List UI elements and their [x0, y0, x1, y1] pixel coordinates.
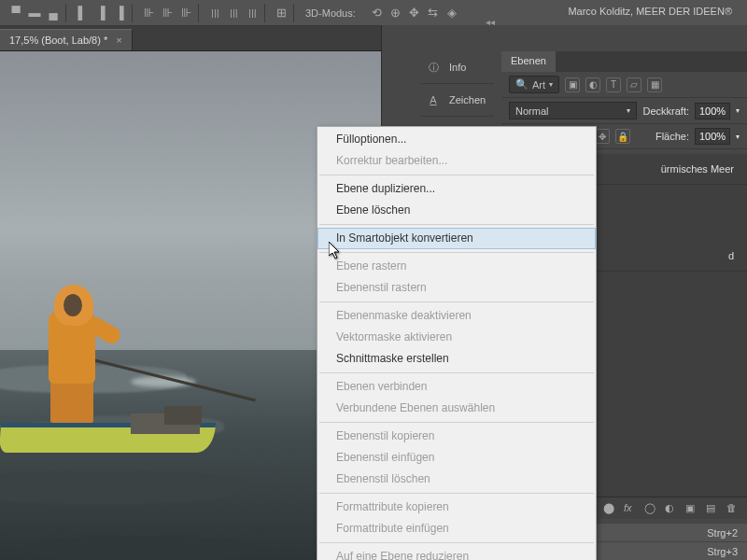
fill-input[interactable]: 100%: [695, 128, 730, 145]
align-group: ▀ ▬ ▄: [4, 4, 66, 22]
link-icon[interactable]: ⬤: [603, 502, 616, 515]
ctx-link-layers: Ebenen verbinden: [317, 376, 596, 398]
fx-icon[interactable]: fx: [624, 502, 637, 515]
pan-icon[interactable]: ✥: [406, 5, 423, 21]
layer-filter-row: 🔍 Art ▾ ▣ ◐ T ▱ ▦: [501, 72, 747, 98]
ctx-disable-layermask: Ebenenmaske deaktivieren: [317, 305, 596, 327]
align-group-2: ▌ ▐ ▐: [70, 4, 133, 22]
chevron-down-icon[interactable]: ▾: [736, 106, 740, 115]
ctx-enable-vectormask: Vektormaske aktivieren: [317, 327, 596, 348]
distribute-icon[interactable]: ⊪: [140, 5, 157, 21]
blend-row: Normal ▾ Deckkraft: 100% ▾: [501, 98, 747, 124]
align-vcenter-icon[interactable]: ▬: [26, 5, 43, 21]
distribute-group: ⊪ ⊪ ⊪: [136, 4, 199, 22]
character-panel-item[interactable]: A Zeichen: [421, 84, 494, 117]
lock-move-icon[interactable]: ✥: [595, 129, 610, 144]
chevron-down-icon: ▾: [549, 80, 553, 89]
new-layer-icon[interactable]: ▤: [706, 502, 719, 515]
distribute-icon-3[interactable]: ⊪: [177, 5, 194, 21]
align-bottom-icon[interactable]: ▄: [45, 5, 62, 21]
chevron-down-icon: ▾: [627, 106, 630, 115]
doc-tab-label: 17,5% (Boot, Lab/8) *: [9, 35, 107, 46]
character-icon: A: [425, 91, 442, 108]
blend-mode-dropdown[interactable]: Normal ▾: [509, 102, 637, 119]
filter-image-icon[interactable]: ▣: [565, 77, 580, 92]
options-bar: ▀ ▬ ▄ ▌ ▐ ▐ ⊪ ⊪ ⊪ ⫼ ⫼ ⫼ ⊞ 3D-Modus: ⟲ ⊕ …: [0, 0, 747, 26]
layers-tab[interactable]: Ebenen: [501, 51, 556, 72]
folder-icon[interactable]: ▣: [685, 502, 698, 515]
ctx-paste-style: Ebenenstil einfügen: [317, 447, 596, 469]
user-tag: Marco Kolditz, MEER DER IDEEN®: [568, 6, 732, 17]
filter-type-icon[interactable]: T: [606, 77, 621, 92]
ctx-rasterize-layer: Ebene rastern: [317, 256, 596, 277]
search-icon: 🔍: [515, 78, 529, 91]
ctx-copy-style: Ebenenstil kopieren: [317, 426, 596, 447]
doc-tab[interactable]: 17,5% (Boot, Lab/8) * ×: [0, 29, 133, 50]
ctx-merge-down: Auf eine Ebene reduzieren: [317, 546, 596, 560]
adjustment-icon[interactable]: ◐: [665, 502, 678, 515]
scale-icon[interactable]: ◈: [444, 5, 460, 21]
distribute-h-icon-3[interactable]: ⫼: [244, 5, 261, 21]
info-icon: ⓘ: [425, 59, 442, 76]
align-right-icon[interactable]: ▐: [111, 5, 128, 21]
mode3d-group: ⟲ ⊕ ✥ ⇆ ◈: [365, 4, 464, 22]
blend-mode-value: Normal: [515, 105, 548, 117]
chevron-down-icon[interactable]: ▾: [736, 133, 740, 141]
info-label: Info: [449, 62, 466, 73]
filter-label: Art: [532, 79, 545, 91]
align-hcenter-icon[interactable]: ▐: [92, 5, 109, 21]
doc-tab-close-icon[interactable]: ×: [116, 35, 121, 46]
cursor-icon: [329, 242, 344, 262]
orbit-icon[interactable]: ⟲: [369, 5, 386, 21]
distribute-h-icon[interactable]: ⫼: [206, 5, 223, 21]
ctx-paste-shapeattr: Formattribute einfügen: [317, 518, 596, 539]
roll-icon[interactable]: ⊕: [388, 5, 404, 21]
distribute-h-icon-2[interactable]: ⫼: [225, 5, 242, 21]
ctx-select-linked: Verbundene Ebenen auswählen: [317, 398, 596, 419]
filter-shape-icon[interactable]: ▱: [627, 77, 641, 92]
ctx-fill-options[interactable]: Fülloptionen...: [317, 129, 596, 150]
character-label: Zeichen: [449, 94, 486, 105]
opacity-input[interactable]: 100%: [695, 103, 730, 119]
opacity-label: Deckkraft:: [642, 105, 689, 117]
mask-icon[interactable]: ◯: [644, 502, 657, 515]
distribute-group-2: ⫼ ⫼ ⫼: [203, 4, 265, 22]
info-panel-item[interactable]: ⓘ Info: [421, 51, 494, 84]
ctx-delete-layer[interactable]: Ebene löschen: [317, 200, 596, 221]
mode3d-label: 3D-Modus:: [305, 7, 356, 19]
slide-icon[interactable]: ⇆: [425, 5, 442, 21]
ctx-clear-style: Ebenenstil löschen: [317, 469, 596, 490]
trash-icon[interactable]: 🗑: [726, 502, 740, 515]
ctx-rasterize-style: Ebenenstil rastern: [317, 277, 596, 299]
filter-adjust-icon[interactable]: ◐: [585, 77, 600, 92]
lock-all-icon[interactable]: 🔒: [615, 129, 630, 144]
auto-align-icon[interactable]: ⊞: [273, 5, 289, 21]
ctx-duplicate-layer[interactable]: Ebene duplizieren...: [317, 178, 596, 200]
filter-smart-icon[interactable]: ▦: [647, 77, 662, 92]
auto-align-group: ⊞: [269, 4, 294, 22]
align-top-icon[interactable]: ▀: [7, 5, 24, 21]
ctx-create-clipmask[interactable]: Schnittmaske erstellen: [317, 348, 596, 370]
layer-context-menu: Fülloptionen... Korrektur bearbeiten... …: [317, 126, 597, 560]
layer-filter-dropdown[interactable]: 🔍 Art ▾: [509, 76, 559, 93]
ctx-convert-smart-object[interactable]: In Smartobjekt konvertieren: [317, 228, 596, 249]
distribute-icon-2[interactable]: ⊪: [159, 5, 176, 21]
align-left-icon[interactable]: ▌: [74, 5, 91, 21]
ctx-edit-adjustment: Korrektur bearbeiten...: [317, 150, 596, 172]
ctx-copy-shapeattr: Formattribute kopieren: [317, 497, 596, 518]
fill-label: Fläche:: [655, 131, 689, 142]
